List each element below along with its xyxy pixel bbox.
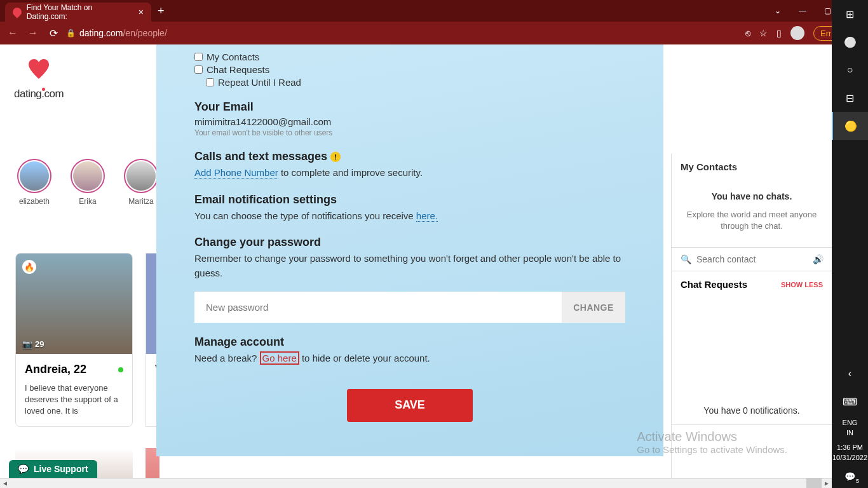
keyboard-icon[interactable]: ⌨ [832, 388, 868, 416]
horizontal-scrollbar[interactable]: ◄ ► [0, 478, 832, 488]
search-contact-input[interactable] [696, 254, 808, 264]
camera-icon: 📷 [22, 339, 32, 349]
your-email-heading: Your Email [194, 100, 625, 114]
fire-badge-icon: 🔥 [22, 260, 36, 274]
no-chats-text: You have no chats. [681, 191, 823, 201]
manage-account-heading: Manage account [194, 336, 625, 349]
photo-count: 📷29 [22, 339, 44, 349]
forward-button[interactable]: → [25, 27, 41, 39]
task-view-icon[interactable]: ⊟ [832, 84, 868, 112]
cortana-icon[interactable]: ○ [832, 56, 868, 84]
back-button[interactable]: ← [5, 27, 20, 39]
url-bar[interactable]: 🔒 dating.com/en/people/ [66, 28, 740, 38]
minimize-icon[interactable]: — [799, 6, 806, 15]
new-tab-button[interactable]: + [158, 4, 165, 18]
profile-avatar-icon[interactable] [790, 26, 804, 40]
settings-modal: My Contacts Chat Requests Repeat Until I… [156, 44, 663, 456]
address-bar: ← → ⟳ 🔒 dating.com/en/people/ ⎋ ☆ ▯ Erro… [0, 22, 868, 44]
tab-title: Find Your Match on Dating.com: [27, 3, 133, 21]
search-icon[interactable]: ⚪ [832, 28, 868, 56]
share-icon[interactable]: ⎋ [745, 28, 750, 38]
calls-heading: Calls and text messages [194, 150, 327, 163]
chrome-icon[interactable]: 🟡 [832, 112, 868, 140]
my-contacts-title: My Contacts [672, 154, 832, 180]
heart-icon [25, 57, 53, 85]
new-password-input[interactable] [194, 292, 562, 323]
story-item[interactable]: Erika [70, 159, 105, 206]
site-favicon [11, 6, 24, 18]
language-indicator[interactable]: ENGIN [843, 416, 858, 440]
profile-name: Andreia, 22 [25, 363, 86, 376]
story-name: Maritza [128, 197, 153, 206]
site-logo[interactable]: dating.com [14, 57, 64, 100]
url-domain: dating.com [79, 28, 123, 38]
password-hint: Remember to change your password to some… [194, 252, 625, 280]
email-hint: Your email won't be visible to other use… [194, 128, 625, 137]
chevron-down-icon[interactable]: ⌄ [775, 6, 781, 15]
scroll-thumb[interactable] [806, 478, 822, 488]
windows-start-icon[interactable]: ⊞ [832, 0, 868, 28]
profile-desc: I believe that everyone deserves the sup… [25, 383, 123, 417]
scroll-right-icon[interactable]: ► [822, 480, 832, 487]
cards-row: 🔥 📷29 Andreia, 22 I believe that everyon… [15, 253, 159, 427]
clock[interactable]: 1:36 PM10/31/2022 [832, 440, 867, 465]
change-password-heading: Change your password [194, 236, 625, 249]
close-tab-icon[interactable]: × [139, 7, 144, 17]
lock-icon: 🔒 [66, 29, 76, 37]
windows-taskbar: ⊞ ⚪ ○ ⊟ 🟡 ‹ ⌨ ENGIN 1:36 PM10/31/2022 💬5 [832, 0, 868, 488]
stories-row: elizabeth Erika Maritza [17, 159, 159, 206]
url-path: /en/people/ [123, 28, 166, 38]
my-contacts-checkbox[interactable]: My Contacts [194, 51, 625, 62]
story-name: Erika [79, 197, 96, 206]
notifications-text: You have 0 notifications. [672, 297, 832, 424]
maximize-icon[interactable]: ▢ [824, 6, 831, 15]
chat-requests-title: Chat Requests [681, 279, 747, 290]
browser-chrome: Find Your Match on Dating.com: × + ⌄ — ▢… [0, 0, 868, 44]
email-value: mimimitra14122000@gmail.com [194, 116, 625, 127]
sound-icon[interactable]: 🔊 [813, 254, 824, 264]
browser-tab[interactable]: Find Your Match on Dating.com: × [5, 3, 151, 22]
story-item[interactable]: elizabeth [17, 159, 52, 206]
show-hidden-icon[interactable]: ‹ [832, 360, 868, 388]
notif-here-link[interactable]: here. [416, 210, 438, 222]
notif-settings-heading: Email notification settings [194, 193, 625, 207]
tab-bar: Find Your Match on Dating.com: × + ⌄ — ▢… [0, 0, 868, 22]
online-status-icon [118, 367, 123, 372]
page-content: dating.com elizabeth Erika Maritza 🔥 📷29… [0, 44, 832, 478]
notification-center-icon[interactable]: 💬5 [832, 465, 868, 488]
change-password-button[interactable]: CHANGE [562, 292, 625, 323]
bookmark-icon[interactable]: ☆ [759, 28, 768, 38]
search-icon: 🔍 [681, 254, 691, 264]
story-name: elizabeth [19, 197, 50, 206]
go-here-link[interactable]: Go here [260, 351, 299, 365]
profile-card[interactable]: 🔥 📷29 Andreia, 22 I believe that everyon… [15, 253, 133, 427]
chat-bubble-icon: 💬 [18, 464, 29, 474]
scroll-left-icon[interactable]: ◄ [0, 480, 10, 487]
repeat-checkbox[interactable]: Repeat Until I Read [206, 77, 625, 88]
extensions-icon[interactable]: ▯ [776, 28, 782, 38]
add-phone-link[interactable]: Add Phone Number [194, 167, 278, 179]
logo-text: dating.com [14, 88, 64, 100]
save-button[interactable]: SAVE [347, 389, 473, 422]
explore-text: Explore the world and meet anyone throug… [681, 209, 823, 232]
show-less-button[interactable]: SHOW LESS [781, 281, 823, 288]
chat-requests-checkbox[interactable]: Chat Requests [194, 64, 625, 75]
live-support-button[interactable]: 💬 Live Support [9, 460, 97, 478]
warning-badge-icon: ! [330, 152, 341, 162]
story-item[interactable]: Maritza [123, 159, 159, 206]
reload-button[interactable]: ⟳ [46, 27, 61, 39]
windows-activation-watermark: Activate Windows Go to Settings to activ… [637, 430, 787, 455]
